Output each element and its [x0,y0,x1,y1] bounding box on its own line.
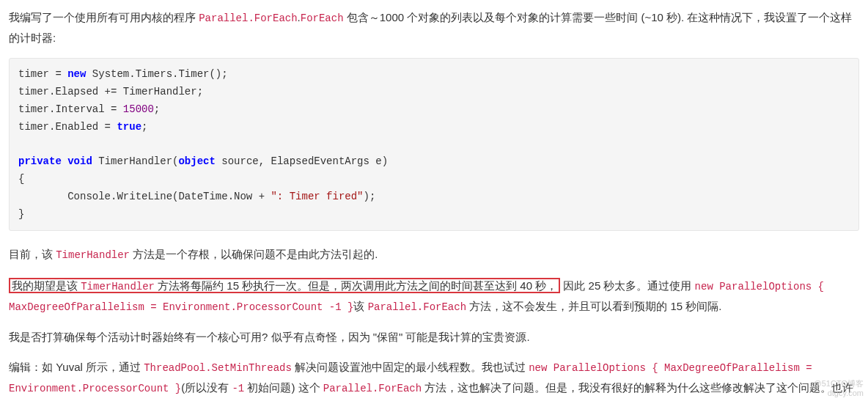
paragraph-intro: 我编写了一个使用所有可用内核的程序 Parallel.ForEach.ForEa… [9,7,859,48]
text: 我的期望是该 [12,279,81,292]
text: 目前，该 [9,248,56,260]
text: 方法，这不会发生，并且可以看到预期的 15 秒间隔. [466,300,721,312]
code-inline: TimerHandler [56,249,130,261]
code-inline: ForEach [301,12,344,24]
code-inline: TimerHandler [81,281,155,293]
code-inline: Parallel.ForEach [323,383,422,394]
text: (所以没有 [181,381,232,394]
code-line: timer.Enabled = true; [18,121,147,133]
paragraph-expectation: 我的期望是该 TimerHandler 方法将每隔约 15 秒执行一次。但是，两… [9,276,859,317]
code-inline: Parallel.ForEach [368,301,466,313]
text: 初始问题) 这个 [244,381,323,394]
watermark: @51CTO博客 dtgcy.com [814,379,864,398]
code-line: } [18,208,24,220]
text: 我编写了一个使用所有可用内核的程序 [9,11,199,23]
code-line: timer = new System.Timers.Timer(); [18,68,228,80]
paragraph-stub: 目前，该 TimerHandler 方法是一个存根，以确保问题不是由此方法引起的… [9,244,859,265]
watermark-line: @51CTO博客 [814,379,864,389]
code-line: { [18,173,24,185]
paragraph-edit: 编辑：如 Yuval 所示，通过 ThreadPool.SetMinThread… [9,357,859,401]
code-line: timer.Interval = 15000; [18,103,160,115]
code-inline: Parallel.ForEach [199,12,297,24]
code-inline: -1 [232,383,244,394]
code-line: private void TimerHandler(object source,… [18,155,388,167]
code-line: Console.WriteLine(DateTime.Now + ": Time… [18,191,375,202]
text: 方法将每隔约 15 秒执行一次。但是，两次调用此方法之间的时间甚至达到 40 秒… [155,279,557,292]
code-line: timer.Elapsed += TimerHandler; [18,86,203,98]
paragraph-question: 我是否打算确保每个活动计时器始终有一个核心可用? 似乎有点奇怪，因为 "保留" … [9,327,859,347]
text: 方法是一个存根，以确保问题不是由此方法引起的. [130,248,378,260]
text: 编辑：如 Yuval 所示，通过 [9,361,144,373]
code-block: timer = new System.Timers.Timer(); timer… [9,58,859,231]
highlight-box: 我的期望是该 TimerHandler 方法将每隔约 15 秒执行一次。但是，两… [9,278,560,293]
code-inline: ThreadPool.SetMinThreads [144,362,292,374]
text: 解决问题设置池中固定的最小线程数。我也试过 [292,361,529,373]
text: 因此 25 秒太多。通过使用 [560,279,694,292]
watermark-line: dtgcy.com [814,389,864,398]
text: 该 [353,300,367,312]
